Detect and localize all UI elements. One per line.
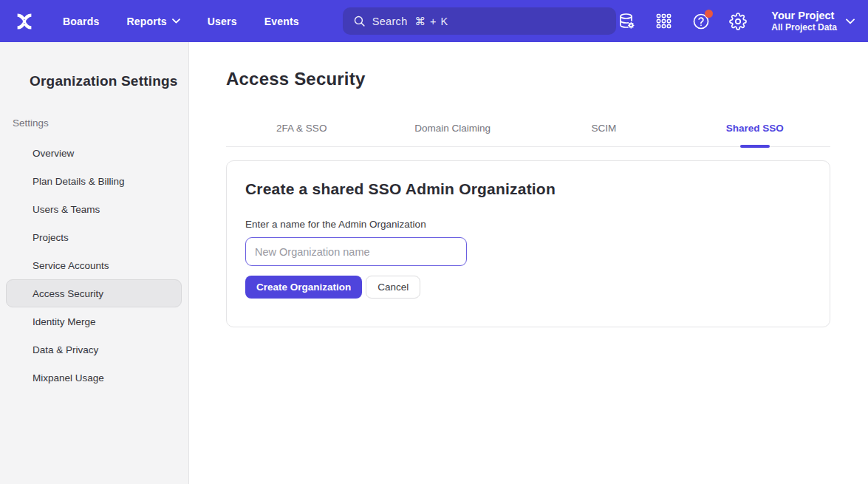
project-name: Your Project [771, 9, 837, 22]
nav-label: Users [208, 16, 237, 27]
sidebar-item-label: Overview [33, 148, 74, 159]
tab-2fa-sso[interactable]: 2FA & SSO [226, 112, 377, 146]
nav-item-events[interactable]: Events [264, 16, 299, 27]
sidebar-item-label: Identity Merge [33, 316, 96, 327]
data-management-icon[interactable] [618, 12, 636, 30]
card-title: Create a shared SSO Admin Organization [245, 180, 811, 198]
settings-gear-icon[interactable] [728, 12, 747, 30]
create-organization-button[interactable]: Create Organization [245, 276, 362, 299]
sidebar-item-projects[interactable]: Projects [6, 223, 182, 251]
sidebar-item-label: Data & Privacy [33, 344, 98, 355]
tab-label: SCIM [591, 123, 616, 134]
access-security-tabs: 2FA & SSO Domain Claiming SCIM Shared SS… [226, 112, 830, 147]
nav-label: Reports [126, 16, 166, 27]
sidebar-item-access-security[interactable]: Access Security [6, 279, 182, 307]
sidebar-section-label: Settings [0, 117, 188, 129]
sidebar-item-label: Plan Details & Billing [33, 176, 125, 187]
sidebar-item-service-accounts[interactable]: Service Accounts [6, 251, 182, 279]
create-shared-sso-card: Create a shared SSO Admin Organization E… [226, 160, 830, 327]
search-placeholder: Search [372, 16, 408, 27]
page-title: Access Security [226, 69, 830, 89]
project-scope: All Project Data [771, 22, 837, 33]
tab-domain-claiming[interactable]: Domain Claiming [377, 112, 529, 146]
main-content: Access Security 2FA & SSO Domain Claimin… [189, 42, 868, 484]
cancel-button[interactable]: Cancel [366, 276, 420, 299]
nav-label: Events [264, 16, 299, 27]
org-name-field-label: Enter a name for the Admin Organization [245, 219, 811, 230]
sidebar-item-data-privacy[interactable]: Data & Privacy [6, 335, 182, 364]
tab-label: Domain Claiming [414, 123, 491, 134]
top-navigation-bar: Boards Reports Users Events Search ⌘ + K [0, 0, 868, 42]
tab-scim[interactable]: SCIM [528, 112, 680, 146]
sidebar-item-label: Service Accounts [33, 260, 109, 271]
sidebar-item-label: Access Security [33, 288, 103, 299]
notification-dot [705, 10, 713, 18]
sidebar-item-label: Projects [33, 232, 69, 243]
sidebar-item-label: Users & Teams [33, 204, 100, 215]
card-actions: Create Organization Cancel [245, 276, 811, 299]
sidebar-title: Organization Settings [0, 73, 188, 89]
help-icon[interactable] [691, 12, 710, 30]
app-grid-icon[interactable] [655, 12, 673, 30]
nav-item-users[interactable]: Users [208, 16, 237, 27]
topbar-actions: Your Project All Project Data [618, 9, 855, 33]
mixpanel-logo-icon[interactable] [12, 9, 36, 33]
sidebar-item-label: Mixpanel Usage [33, 372, 104, 384]
sidebar-item-identity-merge[interactable]: Identity Merge [6, 307, 182, 335]
chevron-down-icon [172, 18, 180, 24]
nav-item-boards[interactable]: Boards [63, 16, 99, 27]
project-selector[interactable]: Your Project All Project Data [771, 9, 855, 33]
tab-label: Shared SSO [726, 123, 784, 134]
sidebar-item-users-teams[interactable]: Users & Teams [6, 195, 182, 223]
search-icon [353, 15, 366, 27]
sidebar-items: Overview Plan Details & Billing Users & … [0, 139, 188, 392]
settings-sidebar: Organization Settings Settings Overview … [0, 42, 189, 484]
org-name-input[interactable] [245, 237, 467, 266]
sidebar-item-overview[interactable]: Overview [6, 139, 182, 167]
chevron-down-icon [846, 18, 855, 24]
sidebar-item-mixpanel-usage[interactable]: Mixpanel Usage [6, 364, 182, 392]
project-info: Your Project All Project Data [771, 9, 837, 33]
tab-shared-sso[interactable]: Shared SSO [680, 112, 831, 146]
tab-label: 2FA & SSO [276, 123, 327, 134]
search-shortcut: ⌘ + K [415, 16, 449, 27]
search-input[interactable]: Search ⌘ + K [343, 7, 616, 35]
nav-item-reports[interactable]: Reports [126, 16, 180, 27]
primary-nav: Boards Reports Users Events [63, 16, 299, 27]
nav-label: Boards [63, 16, 99, 27]
sidebar-item-plan-details-billing[interactable]: Plan Details & Billing [6, 167, 182, 195]
